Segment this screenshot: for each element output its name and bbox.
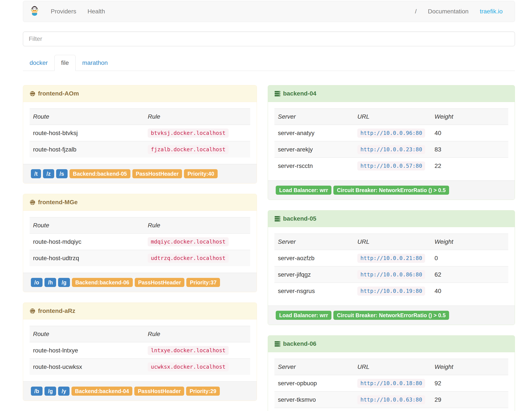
tab-docker-label[interactable]: docker xyxy=(23,55,54,71)
server-name: server-anatyy xyxy=(275,125,354,141)
route-rule-cell: lntxye.docker.localhost xyxy=(144,342,250,359)
backend-card: backend-06 Server URL Weight server-opbu… xyxy=(268,335,515,411)
backend-name: backend-04 xyxy=(283,90,316,97)
server-url-link[interactable]: http://10.0.0.86:80 xyxy=(357,270,425,279)
server-weight: 0 xyxy=(431,250,508,266)
server-url-cell: http://10.0.0.57:80 xyxy=(354,158,431,174)
servers-table-header-row: Server URL Weight xyxy=(275,234,508,250)
server-name: server-updomo xyxy=(275,408,354,411)
server-row: server-nsgrushttp://10.0.0.19:8040 xyxy=(275,283,508,299)
nav-link-health[interactable]: Health xyxy=(82,1,111,22)
server-url-link[interactable]: http://10.0.0.63:80 xyxy=(357,395,425,404)
brand-link[interactable] xyxy=(29,6,39,17)
server-url-link[interactable]: http://10.0.0.18:80 xyxy=(357,379,425,388)
nav-link-providers[interactable]: Providers xyxy=(45,1,82,22)
server-url-cell: http://10.0.0.63:80 xyxy=(354,391,431,408)
route-row: route-host-fjzalbfjzalb.docker.localhost xyxy=(29,141,250,158)
routes-table-header-row: Route Rule xyxy=(29,109,250,125)
navbar-left-links: Providers Health xyxy=(45,1,111,22)
frontend-card: frontend-AOm Route Rule route-host-btvks… xyxy=(23,85,257,184)
column-header-url: URL xyxy=(354,359,431,375)
column-header-url: URL xyxy=(354,234,431,250)
routes-table: Route Rule route-host-lntxyelntxye.docke… xyxy=(29,326,250,375)
route-row: route-host-mdqiycmdqiyc.docker.localhost xyxy=(29,234,250,250)
server-row: server-aozfzbhttp://10.0.0.21:800 xyxy=(275,250,508,266)
provider-content: frontend-AOm Route Rule route-host-btvks… xyxy=(23,85,515,411)
server-url-link[interactable]: http://10.0.0.19:80 xyxy=(357,286,425,296)
route-rule-cell: udtrzq.docker.localhost xyxy=(144,250,250,266)
server-url-cell: http://10.0.0.86:80 xyxy=(354,266,431,283)
routes-table: Route Rule route-host-mdqiycmdqiyc.docke… xyxy=(29,217,250,266)
route-name: route-host-fjzalb xyxy=(29,141,144,158)
backend-card-header: backend-04 xyxy=(268,85,515,102)
server-url-link[interactable]: http://10.0.0.57:80 xyxy=(357,161,425,170)
route-rule-cell: mdqiyc.docker.localhost xyxy=(144,234,250,250)
tab-docker[interactable]: docker xyxy=(23,55,54,71)
frontend-tag-badge: Backend:backend-04 xyxy=(71,387,132,396)
routes-table: Route Rule route-host-btvksjbtvksj.docke… xyxy=(29,108,250,157)
column-header-rule: Rule xyxy=(144,217,250,234)
route-row: route-host-btvksjbtvksj.docker.localhost xyxy=(29,125,250,141)
entrypoint-badge: /g xyxy=(58,278,70,287)
server-url-link[interactable]: http://10.0.0.96:80 xyxy=(357,128,425,138)
server-weight: 22 xyxy=(431,158,508,174)
nav-link-traefik-io[interactable]: traefik.io xyxy=(474,1,508,22)
filter-bar xyxy=(23,31,515,46)
backend-card-body: Server URL Weight server-opbuophttp://10… xyxy=(268,352,515,411)
globe-icon xyxy=(29,199,35,205)
backend-config-badge: Load Balancer: wrr xyxy=(276,186,332,195)
tab-file[interactable]: file xyxy=(54,55,76,71)
server-url-cell: http://10.0.0.23:80 xyxy=(354,141,431,158)
route-rule-code: ucwksx.docker.localhost xyxy=(148,362,228,372)
route-row: route-host-ucwksxucwksx.docker.localhost xyxy=(29,359,250,375)
globe-icon xyxy=(29,91,35,97)
server-url-cell: http://10.0.0.19:80 xyxy=(354,283,431,299)
column-header-route: Route xyxy=(29,326,144,342)
nav-link-documentation[interactable]: Documentation xyxy=(422,1,474,22)
servers-table: Server URL Weight server-anatyyhttp://10… xyxy=(275,108,508,174)
server-weight: 83 xyxy=(431,141,508,158)
server-stack-icon xyxy=(275,91,280,97)
route-rule-code: fjzalb.docker.localhost xyxy=(148,145,228,154)
entrypoint-badge: /b xyxy=(31,387,43,396)
frontend-name: frontend-MGe xyxy=(38,199,78,206)
navbar-right-links: / Documentation traefik.io xyxy=(409,1,508,22)
frontend-card-header: frontend-MGe xyxy=(23,194,257,211)
backend-card-header: backend-06 xyxy=(268,336,515,352)
entrypoint-badge: /z xyxy=(43,169,54,178)
server-url-link[interactable]: http://10.0.0.23:80 xyxy=(357,145,425,154)
filter-input[interactable] xyxy=(23,31,515,46)
backend-card-footer: Load Balancer: wrrCircuit Breaker: Netwo… xyxy=(268,180,515,200)
server-url-link[interactable]: http://10.0.0.21:80 xyxy=(357,254,425,263)
server-row: server-opbuophttp://10.0.0.18:8092 xyxy=(275,375,508,391)
column-header-server: Server xyxy=(275,234,354,250)
backend-card-footer: Load Balancer: wrrCircuit Breaker: Netwo… xyxy=(268,305,515,325)
backend-config-badge: Circuit Breaker: NetworkErrorRatio () > … xyxy=(333,186,449,195)
server-name: server-jifqgz xyxy=(275,266,354,283)
server-row: server-jifqgzhttp://10.0.0.86:8062 xyxy=(275,266,508,283)
server-row: server-anatyyhttp://10.0.0.96:8040 xyxy=(275,125,508,141)
frontend-card-body: Route Rule route-host-mdqiycmdqiyc.docke… xyxy=(23,211,257,273)
entrypoint-badge: /g xyxy=(45,387,56,396)
column-header-server: Server xyxy=(275,359,354,375)
server-url-cell: http://10.0.0.21:80 xyxy=(354,250,431,266)
backend-name: backend-05 xyxy=(283,215,316,222)
route-name: route-host-udtrzq xyxy=(29,250,144,266)
tab-marathon-label[interactable]: marathon xyxy=(76,55,114,71)
frontend-tag-badge: PassHostHeader xyxy=(135,278,185,287)
tab-marathon[interactable]: marathon xyxy=(76,55,114,71)
column-header-route: Route xyxy=(29,109,144,125)
route-rule-code: lntxye.docker.localhost xyxy=(148,346,228,355)
server-weight: 92 xyxy=(431,375,508,391)
server-weight: 62 xyxy=(431,266,508,283)
backends-column: backend-04 Server URL Weight server-anat… xyxy=(268,85,515,411)
column-header-weight: Weight xyxy=(431,109,508,125)
servers-table-header-row: Server URL Weight xyxy=(275,109,508,125)
navbar-separator: / xyxy=(409,8,422,15)
server-name: server-arekjy xyxy=(275,141,354,158)
server-name: server-nsgrus xyxy=(275,283,354,299)
frontend-card-body: Route Rule route-host-btvksjbtvksj.docke… xyxy=(23,102,257,164)
tab-file-label[interactable]: file xyxy=(54,55,76,71)
server-stack-icon xyxy=(275,216,280,222)
backend-card: backend-04 Server URL Weight server-anat… xyxy=(268,85,515,200)
